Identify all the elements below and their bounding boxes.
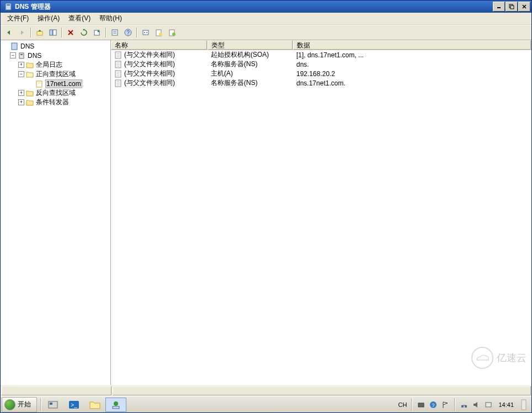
svg-rect-26 [19,53,24,58]
task-explorer[interactable] [84,398,105,412]
tree-fwd-lookup[interactable]: − 正向查找区域 [1,69,110,79]
title-bar: DNS 管理器 [1,1,531,13]
record-row[interactable]: (与父文件夹相同)起始授权机构(SOA)[1], dns.17net1.com,… [111,50,531,60]
toolbar-sep [136,28,137,37]
filter-button[interactable] [140,26,152,39]
record-row[interactable]: (与父文件夹相同)名称服务器(NS)dns. [111,60,531,69]
svg-text:?: ? [432,403,435,408]
folder-icon [25,61,34,69]
start-label: 开始 [18,400,31,409]
svg-point-24 [172,33,175,36]
tree-cond-fwd[interactable]: + 条件转发器 [1,98,110,107]
svg-rect-8 [50,30,52,35]
tree-pane[interactable]: DNS − DNS + 全局日志 − 正向查找区域 17net1.com [1,40,111,385]
up-button[interactable] [34,26,46,39]
record-type: 主机(A) [211,69,233,78]
clock[interactable]: 14:41 [496,401,516,408]
expand-icon[interactable]: + [18,62,24,68]
tray-network-icon[interactable] [460,400,469,409]
folder-open-icon [25,70,34,79]
tray-icon-4[interactable] [484,400,493,409]
svg-point-20 [146,32,147,33]
svg-rect-59 [522,400,526,410]
menu-file[interactable]: 文件(F) [3,13,33,24]
expand-icon[interactable]: + [18,99,24,105]
record-name: (与父文件夹相同) [124,78,175,88]
server-icon [17,51,26,60]
svg-rect-25 [12,43,17,50]
tray-volume-icon[interactable] [472,400,481,409]
menu-action[interactable]: 操作(A) [33,13,64,24]
svg-point-50 [114,401,118,406]
task-dns-manager[interactable] [105,398,126,412]
tray-flag-icon[interactable] [441,400,450,409]
system-tray: CH ? 14:41 [395,398,531,411]
svg-text:?: ? [126,30,130,36]
tree-server[interactable]: − DNS [1,51,110,60]
show-hide-tree-button[interactable] [47,26,59,39]
menu-view[interactable]: 查看(V) [64,13,95,24]
record-type: 名称服务器(NS) [211,78,258,88]
svg-rect-0 [6,3,11,10]
forward-button[interactable] [16,26,28,39]
col-name[interactable]: 名称 [111,40,208,50]
tree-global-log[interactable]: + 全局日志 [1,60,110,69]
record-data: [1], dns.17net1.com, ... [296,51,364,59]
list-header: 名称 类型 数据 [111,40,531,50]
folder-icon [25,98,34,107]
list-body[interactable]: (与父文件夹相同)起始授权机构(SOA)[1], dns.17net1.com,… [111,50,531,385]
window-buttons [492,2,530,12]
record-name: (与父文件夹相同) [124,50,175,60]
tray-help-icon[interactable]: ? [429,400,438,409]
delete-button[interactable] [65,26,77,39]
new-zone-button[interactable] [166,26,178,39]
record-name: (与父文件夹相同) [124,60,175,69]
tray-sep [454,398,455,411]
status-right [113,386,531,395]
maximize-button[interactable] [506,2,518,12]
tree-root-dns[interactable]: DNS [1,41,110,51]
tree-rev-lookup[interactable]: + 反向查找区域 [1,88,110,98]
record-data: dns. [296,61,309,68]
svg-point-19 [144,32,145,33]
tray-icon-1[interactable] [417,400,425,409]
task-server-manager[interactable] [42,398,63,412]
menu-help[interactable]: 帮助(H) [95,13,126,24]
new-record-button[interactable] [153,26,165,39]
app-icon [4,2,13,11]
expand-icon[interactable]: + [18,90,24,96]
col-type[interactable]: 类型 [208,40,293,50]
svg-rect-4 [510,6,514,9]
collapse-icon[interactable]: − [18,71,24,77]
folder-icon [25,89,34,98]
record-row[interactable]: (与父文件夹相同)名称服务器(NS)dns.17net1.com. [111,78,531,88]
app-window: DNS 管理器 文件(F) 操作(A) 查看(V) 帮助(H) ? [0,0,532,413]
collapse-icon[interactable]: − [10,52,16,58]
tree-zone-selected[interactable]: 17net1.com [1,79,110,88]
refresh-button[interactable] [78,26,90,39]
help-button[interactable]: ? [122,26,134,39]
record-row[interactable]: (与父文件夹相同)主机(A)192.168.20.2 [111,69,531,78]
show-desktop-button[interactable] [519,400,528,409]
record-data: dns.17net1.com. [296,79,345,87]
record-data: 192.168.20.2 [296,70,335,78]
close-button[interactable] [518,2,530,12]
back-button[interactable] [3,26,15,39]
start-button[interactable]: 开始 [2,397,37,412]
ime-indicator[interactable]: CH [398,401,407,408]
properties-button[interactable] [109,26,121,39]
record-icon [114,61,122,68]
export-button[interactable] [91,26,103,39]
task-powershell[interactable]: >_ [63,398,84,412]
svg-rect-7 [37,31,42,35]
tray-sep [411,398,412,411]
svg-rect-27 [20,54,23,55]
col-data[interactable]: 数据 [293,40,531,50]
menu-bar: 文件(F) 操作(A) 查看(V) 帮助(H) [1,13,531,25]
zone-icon [35,79,44,88]
svg-rect-9 [53,30,56,35]
svg-rect-56 [465,405,467,407]
toolbar-sep [105,28,107,37]
svg-rect-51 [113,406,119,409]
minimize-button[interactable] [493,2,505,12]
